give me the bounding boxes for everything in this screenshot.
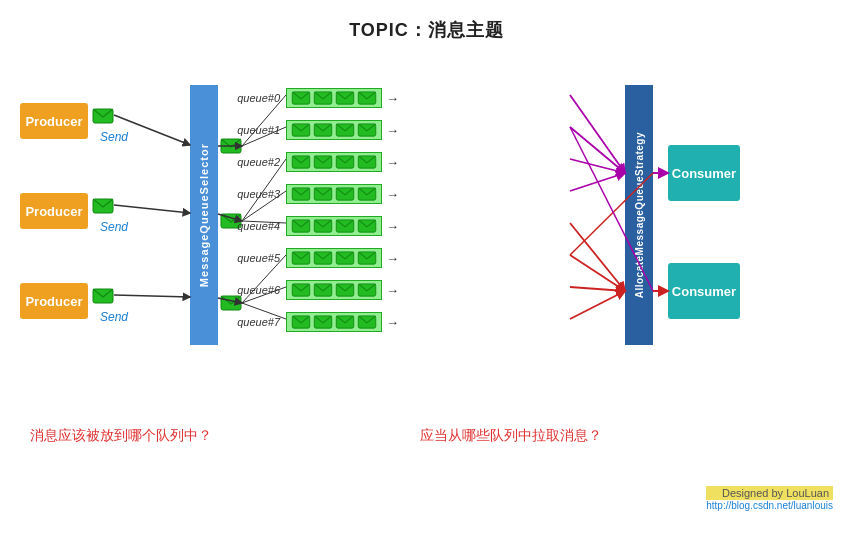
page-title: TOPIC：消息主题: [0, 0, 853, 42]
consumer-2: Consumer: [668, 263, 740, 319]
producer-2: Producer: [20, 193, 88, 229]
queue-row-2: queue#2 →: [228, 152, 399, 172]
producer-3: Producer: [20, 283, 88, 319]
consumer-1: Consumer: [668, 145, 740, 201]
svg-line-54: [570, 159, 625, 173]
bottom-right-text: 应当从哪些队列中拉取消息？: [420, 427, 602, 445]
main-container: TOPIC：消息主题 Producer Producer Producer Se…: [0, 0, 853, 533]
email-producer-1: [92, 108, 114, 128]
svg-line-57: [570, 255, 625, 291]
svg-line-39: [114, 205, 190, 213]
queue-row-3: queue#3 →: [228, 184, 399, 204]
queue-row-4: queue#4 →: [228, 216, 399, 236]
svg-line-53: [570, 127, 625, 173]
email-producer-3: [92, 288, 114, 308]
queue-row-1: queue#1 →: [228, 120, 399, 140]
svg-line-56: [570, 223, 625, 291]
amqs-bar: AllocateMessageQueueStrategy: [625, 85, 653, 345]
svg-line-55: [570, 173, 625, 191]
mqs-bar: MessageQueueSelector: [190, 85, 218, 345]
send-label-1: Send: [100, 130, 128, 144]
queue-row-7: queue#7 →: [228, 312, 399, 332]
queue-row-6: queue#6 →: [228, 280, 399, 300]
credit-block: Designed by LouLuan http://blog.csdn.net…: [706, 486, 833, 511]
email-producer-2: [92, 198, 114, 218]
queue-row-0: queue#0 →: [228, 88, 399, 108]
producer-1: Producer: [20, 103, 88, 139]
send-label-3: Send: [100, 310, 128, 324]
svg-line-40: [114, 295, 190, 297]
svg-line-59: [570, 291, 625, 319]
svg-line-58: [570, 287, 625, 291]
queue-row-5: queue#5 →: [228, 248, 399, 268]
send-label-2: Send: [100, 220, 128, 234]
bottom-left-text: 消息应该被放到哪个队列中？: [30, 427, 212, 445]
svg-line-52: [570, 95, 625, 173]
